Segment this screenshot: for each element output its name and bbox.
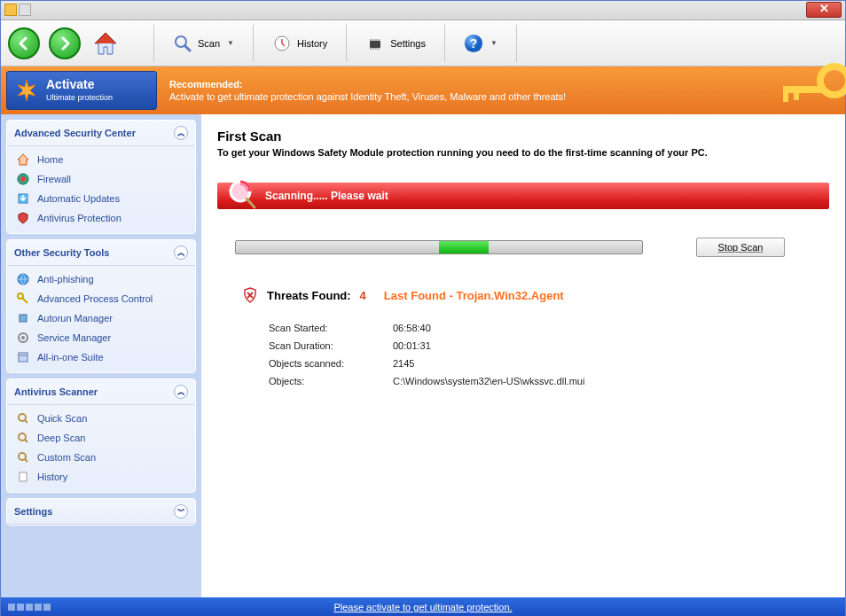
sidebar-item-label: Automatic Updates [37,193,120,204]
scan-started-label: Scan Started: [269,323,393,333]
forward-button[interactable] [49,27,81,59]
chevron-down-icon: ▼ [490,39,497,47]
panel-head-scanner[interactable]: Antivirus Scanner ︽ [7,379,195,405]
activate-button[interactable]: Activate Ultimate protection [6,71,157,110]
sidebar-item-suite[interactable]: All-in-one Suite [9,347,193,367]
panel-head-advanced-security[interactable]: Advanced Security Center ︽ [7,121,195,146]
updates-icon [16,191,30,206]
panel-head-settings[interactable]: Settings ︾ [7,499,195,525]
scan-label: Scan [198,38,220,49]
stop-scan-button[interactable]: Stop Scan [696,238,785,257]
back-button[interactable] [8,27,40,59]
progress-bar [235,240,643,254]
sidebar-item-history[interactable]: History [9,467,193,487]
sidebar-item-firewall[interactable]: Firewall [9,169,193,189]
sidebar-item-quickscan[interactable]: Quick Scan [9,409,193,428]
settings-button[interactable]: Settings [352,25,439,62]
expand-icon: ︾ [174,504,188,519]
toolbar: Scan ▼ History Settings ? ▼ [1,20,845,66]
footer: Please activate to get ultimate protecti… [1,597,845,616]
sidebar: Advanced Security Center ︽ Home Firewall… [1,114,201,597]
clock-icon [272,34,292,53]
svg-point-31 [19,433,26,441]
app-window: ✕ Scan ▼ History [0,0,846,616]
scanning-label: Scanning..... Please wait [265,190,388,202]
sidebar-item-updates[interactable]: Automatic Updates [9,189,193,208]
suite-icon [16,350,30,364]
scan-duration-label: Scan Duration: [269,340,393,351]
key-icon [774,61,846,118]
panel-advanced-security: Advanced Security Center ︽ Home Firewall… [6,120,196,234]
close-button[interactable]: ✕ [806,2,842,18]
sidebar-item-process[interactable]: Advanced Process Control [9,289,193,308]
sidebar-item-antiphishing[interactable]: Anti-phishing [9,269,193,289]
home-icon [16,152,30,167]
shield-icon [16,211,30,225]
sidebar-item-home[interactable]: Home [9,150,193,169]
svg-point-29 [19,414,26,421]
lollipop-icon [228,179,260,211]
magnifier-icon [16,431,30,445]
panel-title: Other Security Tools [14,247,109,258]
sidebar-item-label: Anti-phishing [37,274,94,285]
svg-rect-15 [783,86,822,93]
help-icon: ? [464,34,483,53]
promo-text: Recommended: Activate to get ultimate pr… [162,74,845,107]
magnifier-icon [173,34,192,53]
svg-rect-16 [783,93,788,102]
panel-scanner: Antivirus Scanner ︽ Quick Scan Deep Scan… [6,378,196,493]
sidebar-item-label: Home [37,154,63,165]
svg-rect-27 [19,353,27,362]
main-content: First Scan To get your Windows Safety Mo… [201,114,845,597]
svg-line-23 [22,298,27,303]
panel-head-other-tools[interactable]: Other Security Tools ︽ [7,240,195,266]
promo-banner: Activate Ultimate protection Recommended… [1,66,845,114]
sidebar-item-antivirus[interactable]: Antivirus Protection [9,208,193,228]
promo-recommended: Recommended: [169,78,838,90]
firewall-icon [16,172,30,186]
svg-point-33 [19,453,26,460]
panel-title: Settings [14,506,52,517]
gear-icon [16,311,30,325]
threats-count: 4 [360,289,366,302]
threats-row: Threats Found: 4 Last Found - Trojan.Win… [217,287,829,303]
collapse-icon: ︽ [174,126,188,140]
sidebar-item-service[interactable]: Service Manager [9,328,193,347]
help-button[interactable]: ? ▼ [450,25,511,62]
objects-scanned-value: 2145 [393,358,414,369]
scan-button[interactable]: Scan ▼ [160,25,247,62]
arrow-right-icon [58,36,72,51]
key-icon [16,292,30,306]
page-subtitle: To get your Windows Safety Module protec… [217,147,829,158]
home-icon [91,29,120,58]
settings-label: Settings [390,38,426,49]
sidebar-item-label: Custom Scan [37,452,96,463]
panel-title: Antivirus Scanner [14,386,98,397]
collapse-icon: ︽ [174,385,188,399]
svg-line-30 [25,420,27,423]
panel-title: Advanced Security Center [14,128,136,138]
panel-other-tools: Other Security Tools ︽ Anti-phishing Adv… [6,239,196,373]
page-title: First Scan [217,129,829,144]
history-button[interactable]: History [259,25,341,62]
doc-icon [16,470,30,484]
objects-scanned-label: Objects scanned: [269,358,393,369]
footer-link[interactable]: Please activate to get ultimate protecti… [333,602,512,612]
promo-line: Activate to get ultimate protection agai… [169,91,566,102]
sidebar-item-label: All-in-one Suite [37,352,104,363]
panel-settings: Settings ︾ [6,498,196,526]
sidebar-item-customscan[interactable]: Custom Scan [9,448,193,467]
sidebar-item-label: Quick Scan [37,413,87,424]
titlebar-icons [4,4,31,16]
sidebar-item-deepscan[interactable]: Deep Scan [9,428,193,448]
magnifier-icon [16,411,30,425]
objects-value: C:\Windows\system32\en-US\wkssvc.dll.mui [393,376,584,386]
home-button[interactable] [90,27,121,59]
svg-rect-24 [20,315,27,322]
sidebar-item-label: Deep Scan [37,433,85,443]
objects-label: Objects: [269,376,393,386]
sidebar-item-autorun[interactable]: Autorun Manager [9,308,193,328]
svg-line-1 [185,46,190,51]
star-icon [14,78,39,103]
sidebar-item-label: History [37,472,67,482]
